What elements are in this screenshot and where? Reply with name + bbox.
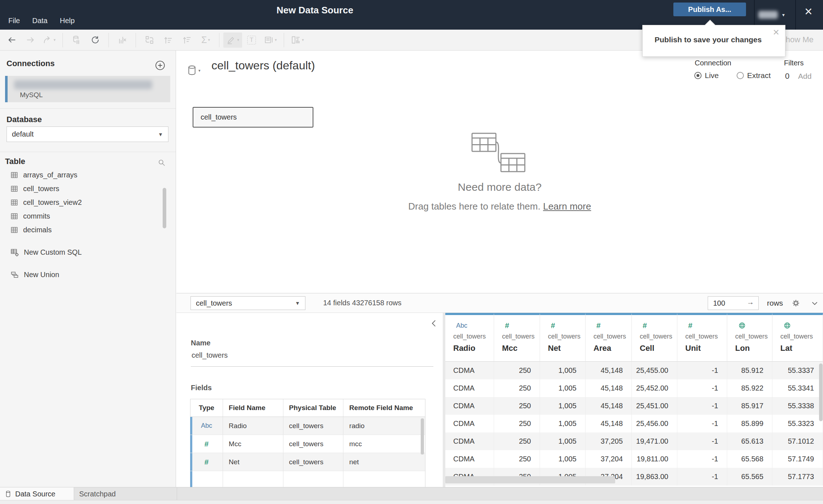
menu-file[interactable]: File — [8, 17, 20, 25]
sort-ascending-icon[interactable] — [159, 33, 177, 48]
grid-cell[interactable]: -1 — [677, 415, 727, 432]
grid-cell[interactable]: 37,205 — [586, 432, 632, 450]
new-custom-sql-button[interactable]: New Custom SQL — [10, 248, 82, 257]
row-limit-input[interactable] — [712, 298, 743, 309]
grid-cell[interactable]: 19,471.00 — [632, 432, 677, 450]
grid-cell[interactable]: 85.899 — [727, 415, 772, 432]
grid-cell[interactable]: CDMA — [445, 362, 494, 379]
fit-icon[interactable]: ▾ — [261, 33, 280, 48]
grid-cell[interactable]: 65.613 — [727, 432, 772, 450]
table-list-item-decimals[interactable]: decimals — [0, 223, 176, 237]
grid-cell[interactable]: 85.922 — [727, 379, 772, 397]
totals-icon[interactable]: Σ▾ — [196, 33, 215, 48]
datasource-icon[interactable]: ▾ — [187, 65, 201, 76]
swap-rows-columns-icon[interactable] — [140, 33, 159, 48]
table-list-item-commits[interactable]: commits — [0, 209, 176, 223]
grid-cell[interactable]: CDMA — [445, 379, 494, 397]
grid-cell[interactable]: 25,456.00 — [632, 415, 677, 432]
grid-cell[interactable]: 19,811.00 — [632, 450, 677, 468]
grid-cell[interactable]: 1,005 — [540, 362, 586, 379]
grid-cell[interactable]: -1 — [677, 450, 727, 468]
name-value[interactable]: cell_towers — [192, 351, 228, 359]
grid-cell[interactable]: 65.568 — [727, 450, 772, 468]
fields-row-mcc[interactable]: #Mcccell_towersmcc — [190, 435, 425, 453]
show-mark-labels-icon[interactable]: T — [242, 33, 261, 48]
grid-cell[interactable]: 57.1773 — [772, 468, 823, 486]
grid-cell[interactable]: CDMA — [445, 450, 494, 468]
grid-horizontal-scrollbar[interactable] — [445, 476, 615, 483]
grid-cell[interactable]: 45,148 — [586, 362, 632, 379]
grid-cell[interactable]: 55.3337 — [772, 362, 823, 379]
radio-unselected-icon[interactable] — [737, 72, 744, 79]
show-hide-cards-icon[interactable]: ▾ — [288, 33, 307, 48]
grid-cell[interactable]: 57.1012 — [772, 432, 823, 450]
grid-cell[interactable]: 45,148 — [586, 415, 632, 432]
filters-add-button[interactable]: Add — [798, 72, 811, 81]
grid-cell[interactable]: -1 — [677, 379, 727, 397]
connection-list-item[interactable]: MySQL — [5, 76, 170, 102]
grid-cell[interactable]: -1 — [677, 397, 727, 415]
grid-cell[interactable]: 55.3338 — [772, 397, 823, 415]
grid-cell[interactable]: 85.917 — [727, 397, 772, 415]
grid-column-header-lat[interactable]: cell_towersLat — [772, 313, 823, 362]
fields-row-radio[interactable]: AbcRadiocell_towersradio — [190, 417, 425, 435]
grid-cell[interactable]: 25,452.00 — [632, 379, 677, 397]
fields-table-scrollbar[interactable] — [421, 418, 424, 455]
learn-more-link[interactable]: Learn more — [543, 201, 591, 212]
grid-column-header-net[interactable]: #cell_towersNet — [540, 313, 586, 362]
connection-live-option[interactable]: Live — [694, 71, 719, 80]
connection-extract-option[interactable]: Extract — [737, 71, 771, 80]
grid-cell[interactable]: 19,863.00 — [632, 468, 677, 486]
grid-cell[interactable]: 57.1749 — [772, 450, 823, 468]
grid-column-header-lon[interactable]: cell_towersLon — [727, 313, 772, 362]
tab-scratchpad[interactable]: Scratchpad — [74, 487, 177, 500]
grid-cell[interactable]: 250 — [494, 362, 540, 379]
grid-cell[interactable]: 25,455.00 — [632, 362, 677, 379]
database-select[interactable]: default ▼ — [7, 126, 168, 142]
canvas-table-node[interactable]: cell_towers — [193, 107, 313, 128]
publish-as-button[interactable]: Publish As... — [673, 3, 746, 16]
fields-row-net[interactable]: #Netcell_towersnet — [190, 453, 425, 471]
grid-cell[interactable]: CDMA — [445, 432, 494, 450]
grid-cell[interactable]: 250 — [494, 379, 540, 397]
table-list-item-cell-towers[interactable]: cell_towers — [0, 182, 176, 195]
grid-cell[interactable]: CDMA — [445, 415, 494, 432]
grid-column-header-radio[interactable]: Abccell_towersRadio — [445, 313, 494, 362]
add-connection-icon[interactable] — [155, 60, 166, 71]
tab-data-source[interactable]: Data Source — [0, 487, 74, 500]
grid-column-header-area[interactable]: #cell_towersArea — [586, 313, 632, 362]
grid-cell[interactable]: -1 — [677, 432, 727, 450]
grid-cell[interactable]: CDMA — [445, 397, 494, 415]
grid-column-header-mcc[interactable]: #cell_towersMcc — [494, 313, 540, 362]
grid-cell[interactable]: 250 — [494, 415, 540, 432]
grid-cell[interactable]: 65.565 — [727, 468, 772, 486]
table-list-item-arrays-of-arrays[interactable]: arrays_of_arrays — [0, 168, 176, 182]
grid-cell[interactable]: 45,148 — [586, 397, 632, 415]
replay-icon[interactable]: ▾ — [40, 33, 59, 48]
grid-cell[interactable]: 45,148 — [586, 379, 632, 397]
run-update-icon[interactable] — [86, 33, 104, 48]
grid-cell[interactable]: 37,204 — [586, 450, 632, 468]
grid-cell[interactable]: 85.912 — [727, 362, 772, 379]
table-list-scrollbar[interactable] — [163, 188, 166, 228]
grid-cell[interactable]: 250 — [494, 432, 540, 450]
grid-cell[interactable]: 250 — [494, 397, 540, 415]
pause-auto-updates-icon[interactable] — [67, 33, 86, 48]
menu-data[interactable]: Data — [32, 17, 47, 25]
tooltip-close-icon[interactable]: × — [773, 27, 779, 38]
chevron-down-icon[interactable] — [810, 299, 819, 308]
apply-row-limit-icon[interactable]: → — [747, 298, 754, 306]
table-list-item-cell-towers-view2[interactable]: cell_towers_view2 — [0, 195, 176, 209]
grid-column-header-cell[interactable]: #cell_towersCell — [632, 313, 677, 362]
grid-cell[interactable]: -1 — [677, 468, 727, 486]
table-selector-dropdown[interactable]: cell_towers ▼ — [190, 296, 305, 310]
search-icon[interactable] — [157, 158, 166, 167]
grid-cell[interactable]: 1,005 — [540, 397, 586, 415]
undo-icon[interactable] — [2, 33, 21, 48]
grid-column-header-unit[interactable]: #cell_towersUnit — [677, 313, 727, 362]
gear-icon[interactable] — [791, 298, 801, 308]
grid-cell[interactable]: 55.3323 — [772, 415, 823, 432]
grid-cell[interactable]: 25,451.00 — [632, 397, 677, 415]
clear-sheet-icon[interactable] — [113, 33, 132, 48]
highlight-icon[interactable]: ▾ — [223, 33, 242, 48]
